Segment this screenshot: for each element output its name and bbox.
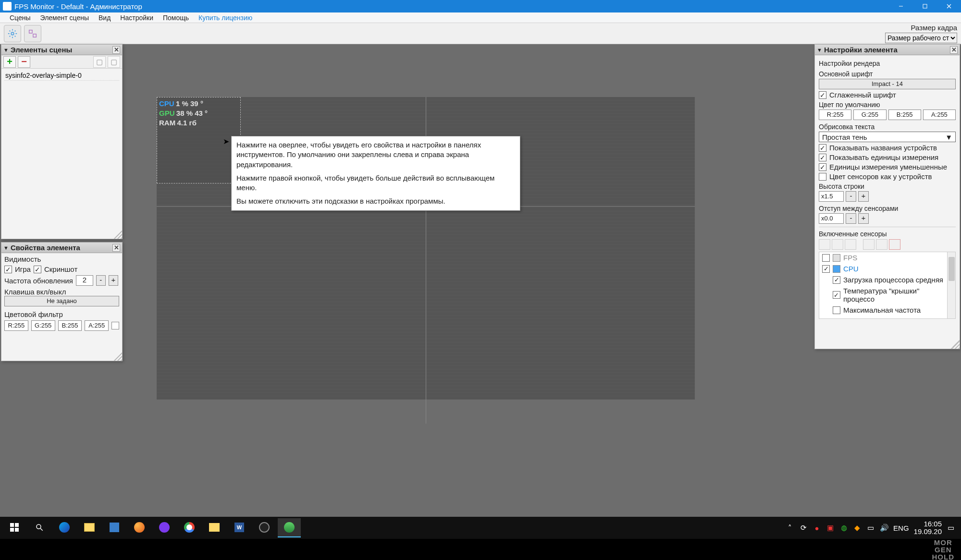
menu-scenes[interactable]: Сцены [5, 13, 36, 23]
default-b-input[interactable]: B:255 [888, 110, 921, 120]
fps-monitor-taskbar-icon[interactable] [278, 518, 301, 537]
firefox-icon[interactable] [128, 518, 151, 537]
sensor-tool-3[interactable] [845, 239, 856, 250]
screenshot-checkbox[interactable]: ✓ [34, 266, 41, 273]
cpu-temp-checkbox[interactable]: ✓ [833, 291, 840, 299]
search-icon[interactable] [28, 518, 51, 537]
freq-plus-button[interactable]: + [109, 275, 118, 286]
edge-icon[interactable] [53, 518, 76, 537]
fps-color-swatch[interactable] [833, 254, 840, 262]
panel-close-button[interactable]: ✕ [950, 46, 958, 54]
frame-size-dropdown[interactable]: Размер рабочего ст [885, 33, 957, 43]
tray-app2-icon[interactable]: ◍ [839, 523, 848, 532]
sensor-tool-1[interactable] [819, 239, 830, 250]
sensor-row-cpu[interactable]: ✓ CPU [819, 263, 955, 274]
menu-view[interactable]: Вид [94, 13, 115, 23]
color-r-input[interactable]: R:255 [4, 320, 28, 331]
tray-app1-icon[interactable]: ▣ [826, 523, 835, 532]
fps-checkbox[interactable] [822, 254, 830, 262]
move-up-button[interactable]: ▢ [93, 56, 106, 68]
start-button[interactable] [3, 518, 26, 537]
element-properties-header[interactable]: ▼ Свойства элемента ✕ [1, 243, 122, 253]
cpu-checkbox[interactable]: ✓ [822, 265, 830, 273]
sensor-tool-5[interactable] [876, 239, 887, 250]
game-checkbox[interactable]: ✓ [4, 266, 12, 273]
menu-buy-license[interactable]: Купить лицензию [194, 13, 257, 23]
cpu-load-checkbox[interactable]: ✓ [833, 276, 840, 284]
tray-app3-icon[interactable]: ◆ [853, 523, 862, 532]
resize-grip-icon[interactable] [113, 230, 122, 239]
tray-sync-icon[interactable]: ⟳ [799, 523, 808, 532]
cpu-maxfreq-checkbox[interactable] [833, 306, 840, 314]
tooltip-line2: Нажмите правой кнопкой, чтобы увидеть бо… [236, 173, 515, 193]
word-icon[interactable]: W [228, 518, 251, 537]
svg-rect-1 [923, 4, 927, 8]
scene-canvas[interactable]: CPU 1 % 39 ° GPU 38 % 43 ° RAM 4.1 гб ➤ … [157, 97, 695, 400]
units-small-checkbox[interactable]: ✓ [819, 163, 826, 171]
menu-help[interactable]: Помощь [158, 13, 194, 23]
sensor-colors-checkbox[interactable] [819, 173, 826, 181]
add-element-button[interactable]: + [3, 56, 16, 68]
panel-close-button[interactable]: ✕ [112, 244, 120, 252]
antialias-checkbox[interactable]: ✓ [819, 91, 826, 99]
sensor-tool-6[interactable] [889, 239, 900, 250]
sensor-row-cpu-temp[interactable]: ✓ Температура "крышки" процессо [819, 285, 955, 304]
color-b-input[interactable]: B:255 [58, 320, 82, 331]
default-g-input[interactable]: G:255 [853, 110, 886, 120]
sensor-tool-2[interactable] [832, 239, 843, 250]
resize-grip-icon[interactable] [951, 340, 960, 349]
tray-chevron-icon[interactable]: ˄ [786, 523, 794, 532]
tray-mic-icon[interactable]: ● [813, 523, 821, 532]
explorer-icon[interactable] [78, 518, 101, 537]
tray-volume-icon[interactable]: 🔊 [880, 523, 888, 532]
sensor-row-cpu-load[interactable]: ✓ Загрузка процессора средняя [819, 274, 955, 285]
sensor-tool-4[interactable] [863, 239, 875, 250]
tray-clock[interactable]: 16:05 19.09.20 [914, 520, 942, 536]
toggle-key-button[interactable]: Не задано [4, 296, 119, 306]
menu-scene-element[interactable]: Элемент сцены [36, 13, 94, 23]
minimize-button[interactable] [889, 0, 913, 12]
app-icon-purple[interactable] [153, 518, 176, 537]
remove-element-button[interactable]: − [18, 56, 30, 68]
sensor-row-cpu-maxfreq[interactable]: Максимальная частота [819, 304, 955, 316]
obs-icon[interactable] [253, 518, 276, 537]
line-height-input[interactable]: x1.5 [819, 191, 844, 202]
color-g-input[interactable]: G:255 [31, 320, 55, 331]
freq-minus-button[interactable]: - [96, 275, 106, 286]
show-units-checkbox[interactable]: ✓ [819, 154, 826, 161]
element-settings-header[interactable]: ▼ Настройки элемента ✕ [815, 45, 960, 55]
fps-label: FPS [843, 254, 857, 262]
panel-close-button[interactable]: ✕ [112, 46, 120, 54]
tray-network-icon[interactable]: ▭ [866, 523, 875, 532]
text-stroke-dropdown[interactable]: Простая тень ▼ [819, 132, 956, 142]
update-freq-input[interactable]: 2 [76, 275, 93, 286]
list-item[interactable]: sysinfo2-overlay-simple-0 [4, 71, 119, 81]
default-r-input[interactable]: R:255 [819, 110, 851, 120]
show-device-names-checkbox[interactable]: ✓ [819, 144, 826, 152]
cpu-color-swatch[interactable] [833, 265, 840, 273]
sensor-row-fps[interactable]: FPS [819, 252, 955, 263]
tray-language[interactable]: ENG [893, 524, 909, 532]
menu-settings[interactable]: Настройки [115, 13, 158, 23]
sensor-spacing-input[interactable]: x0.0 [819, 213, 844, 224]
scene-settings-button[interactable] [4, 25, 21, 42]
maximize-button[interactable] [913, 0, 937, 12]
line-height-minus[interactable]: - [846, 191, 856, 202]
sensor-scrollbar[interactable] [947, 252, 955, 318]
chrome-icon[interactable] [178, 518, 201, 537]
close-button[interactable] [937, 0, 961, 12]
default-a-input[interactable]: A:255 [923, 110, 956, 120]
scene-elements-header[interactable]: ▼ Элементы сцены ✕ [1, 45, 122, 55]
tray-notifications-icon[interactable]: ▭ [947, 523, 955, 532]
store-icon[interactable] [103, 518, 126, 537]
font-button[interactable]: Impact - 14 [819, 79, 956, 89]
sensor-spacing-minus[interactable]: - [846, 213, 856, 224]
color-swatch[interactable] [111, 322, 119, 329]
line-height-plus[interactable]: + [858, 191, 869, 202]
move-down-button[interactable]: ▢ [108, 56, 120, 68]
color-a-input[interactable]: A:255 [85, 320, 109, 331]
resize-grip-icon[interactable] [113, 352, 122, 361]
alignment-button[interactable] [24, 25, 41, 42]
sensor-spacing-plus[interactable]: + [858, 213, 869, 224]
folder-icon[interactable] [203, 518, 226, 537]
